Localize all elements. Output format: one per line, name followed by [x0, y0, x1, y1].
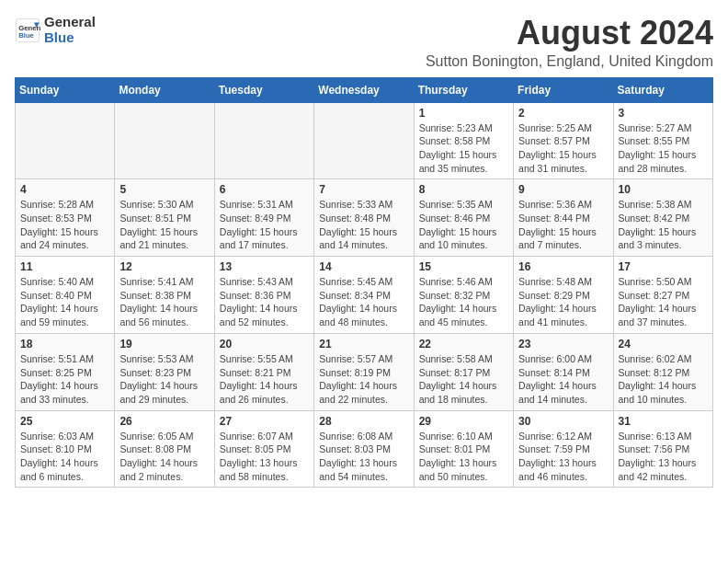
calendar-table: SundayMondayTuesdayWednesdayThursdayFrid…	[15, 77, 713, 488]
day-info: Sunrise: 5:53 AM Sunset: 8:23 PM Dayligh…	[119, 352, 209, 407]
calendar-cell: 6Sunrise: 5:31 AM Sunset: 8:49 PM Daylig…	[214, 179, 313, 257]
page-header: General Blue General Blue August 2024 Su…	[15, 15, 713, 70]
day-number: 22	[419, 338, 508, 350]
day-number: 16	[518, 260, 608, 273]
day-number: 4	[20, 183, 109, 196]
day-info: Sunrise: 6:05 AM Sunset: 8:08 PM Dayligh…	[119, 430, 209, 484]
day-number: 24	[619, 338, 708, 350]
calendar-cell: 20Sunrise: 5:55 AM Sunset: 8:21 PM Dayli…	[214, 333, 313, 410]
day-info: Sunrise: 5:43 AM Sunset: 8:36 PM Dayligh…	[220, 275, 309, 329]
day-number: 5	[119, 183, 209, 196]
calendar-cell: 1Sunrise: 5:23 AM Sunset: 8:58 PM Daylig…	[414, 102, 513, 179]
calendar-cell: 27Sunrise: 6:07 AM Sunset: 8:05 PM Dayli…	[214, 410, 313, 488]
day-number: 6	[220, 183, 309, 196]
calendar-cell: 11Sunrise: 5:40 AM Sunset: 8:40 PM Dayli…	[16, 257, 115, 334]
day-info: Sunrise: 5:25 AM Sunset: 8:57 PM Dayligh…	[518, 121, 608, 176]
calendar-cell: 4Sunrise: 5:28 AM Sunset: 8:53 PM Daylig…	[16, 179, 115, 257]
calendar-cell: 7Sunrise: 5:33 AM Sunset: 8:48 PM Daylig…	[314, 179, 414, 257]
day-number: 30	[518, 415, 608, 428]
day-number: 12	[119, 260, 209, 273]
column-header-wednesday: Wednesday	[314, 77, 414, 102]
day-number: 19	[119, 338, 209, 350]
day-info: Sunrise: 5:58 AM Sunset: 8:17 PM Dayligh…	[419, 352, 508, 407]
calendar-cell: 2Sunrise: 5:25 AM Sunset: 8:57 PM Daylig…	[514, 102, 613, 179]
calendar-cell: 8Sunrise: 5:35 AM Sunset: 8:46 PM Daylig…	[414, 179, 513, 257]
calendar-cell: 21Sunrise: 5:57 AM Sunset: 8:19 PM Dayli…	[314, 333, 414, 410]
day-number: 28	[319, 415, 408, 428]
calendar-cell: 5Sunrise: 5:30 AM Sunset: 8:51 PM Daylig…	[115, 179, 214, 257]
day-info: Sunrise: 5:50 AM Sunset: 8:27 PM Dayligh…	[619, 275, 708, 329]
column-header-sunday: Sunday	[16, 77, 115, 102]
calendar-week-row: 18Sunrise: 5:51 AM Sunset: 8:25 PM Dayli…	[16, 333, 713, 410]
logo: General Blue General Blue	[15, 15, 96, 45]
day-info: Sunrise: 6:10 AM Sunset: 8:01 PM Dayligh…	[419, 430, 508, 484]
calendar-cell: 10Sunrise: 5:38 AM Sunset: 8:42 PM Dayli…	[613, 179, 712, 257]
day-number: 11	[20, 260, 109, 273]
day-number: 15	[419, 260, 508, 273]
day-info: Sunrise: 5:55 AM Sunset: 8:21 PM Dayligh…	[220, 352, 309, 407]
calendar-cell: 30Sunrise: 6:12 AM Sunset: 7:59 PM Dayli…	[514, 410, 613, 488]
calendar-cell: 3Sunrise: 5:27 AM Sunset: 8:55 PM Daylig…	[613, 102, 712, 179]
calendar-cell	[214, 102, 313, 179]
day-number: 13	[220, 260, 309, 273]
day-info: Sunrise: 6:12 AM Sunset: 7:59 PM Dayligh…	[518, 430, 608, 484]
day-number: 20	[220, 338, 309, 350]
day-info: Sunrise: 6:02 AM Sunset: 8:12 PM Dayligh…	[619, 352, 708, 407]
day-info: Sunrise: 5:46 AM Sunset: 8:32 PM Dayligh…	[419, 275, 508, 329]
logo-text: General Blue	[44, 15, 96, 45]
day-info: Sunrise: 5:48 AM Sunset: 8:29 PM Dayligh…	[518, 275, 608, 329]
day-info: Sunrise: 5:31 AM Sunset: 8:49 PM Dayligh…	[220, 198, 309, 252]
title-block: August 2024 Sutton Bonington, England, U…	[426, 15, 713, 70]
day-number: 14	[319, 260, 408, 273]
day-number: 10	[619, 183, 708, 196]
column-header-saturday: Saturday	[613, 77, 712, 102]
day-number: 7	[319, 183, 408, 196]
logo-general-text: General	[44, 15, 96, 30]
day-info: Sunrise: 5:51 AM Sunset: 8:25 PM Dayligh…	[20, 352, 109, 407]
day-info: Sunrise: 5:36 AM Sunset: 8:44 PM Dayligh…	[518, 198, 608, 252]
day-info: Sunrise: 5:41 AM Sunset: 8:38 PM Dayligh…	[119, 275, 209, 329]
calendar-cell: 15Sunrise: 5:46 AM Sunset: 8:32 PM Dayli…	[414, 257, 513, 334]
calendar-cell: 18Sunrise: 5:51 AM Sunset: 8:25 PM Dayli…	[16, 333, 115, 410]
calendar-cell: 12Sunrise: 5:41 AM Sunset: 8:38 PM Dayli…	[115, 257, 214, 334]
day-number: 23	[518, 338, 608, 350]
day-info: Sunrise: 5:38 AM Sunset: 8:42 PM Dayligh…	[619, 198, 708, 252]
column-header-friday: Friday	[514, 77, 613, 102]
calendar-cell: 31Sunrise: 6:13 AM Sunset: 7:56 PM Dayli…	[613, 410, 712, 488]
calendar-cell: 24Sunrise: 6:02 AM Sunset: 8:12 PM Dayli…	[613, 333, 712, 410]
day-info: Sunrise: 5:23 AM Sunset: 8:58 PM Dayligh…	[419, 121, 508, 176]
day-number: 26	[119, 415, 209, 428]
day-info: Sunrise: 6:00 AM Sunset: 8:14 PM Dayligh…	[518, 352, 608, 407]
column-header-monday: Monday	[115, 77, 214, 102]
day-info: Sunrise: 6:08 AM Sunset: 8:03 PM Dayligh…	[319, 430, 408, 484]
calendar-cell	[16, 102, 115, 179]
day-info: Sunrise: 6:13 AM Sunset: 7:56 PM Dayligh…	[619, 430, 708, 484]
calendar-cell	[314, 102, 414, 179]
calendar-title: August 2024	[426, 15, 713, 52]
logo-blue-text: Blue	[44, 30, 96, 46]
day-info: Sunrise: 6:03 AM Sunset: 8:10 PM Dayligh…	[20, 430, 109, 484]
day-number: 18	[20, 338, 109, 350]
day-info: Sunrise: 5:30 AM Sunset: 8:51 PM Dayligh…	[119, 198, 209, 252]
day-info: Sunrise: 5:57 AM Sunset: 8:19 PM Dayligh…	[319, 352, 408, 407]
day-number: 1	[419, 107, 508, 120]
column-header-thursday: Thursday	[414, 77, 513, 102]
day-info: Sunrise: 5:28 AM Sunset: 8:53 PM Dayligh…	[20, 198, 109, 252]
day-number: 21	[319, 338, 408, 350]
calendar-cell: 29Sunrise: 6:10 AM Sunset: 8:01 PM Dayli…	[414, 410, 513, 488]
calendar-location: Sutton Bonington, England, United Kingdo…	[426, 53, 713, 70]
calendar-cell: 26Sunrise: 6:05 AM Sunset: 8:08 PM Dayli…	[115, 410, 214, 488]
calendar-week-row: 25Sunrise: 6:03 AM Sunset: 8:10 PM Dayli…	[16, 410, 713, 488]
calendar-week-row: 1Sunrise: 5:23 AM Sunset: 8:58 PM Daylig…	[16, 102, 713, 179]
calendar-cell: 14Sunrise: 5:45 AM Sunset: 8:34 PM Dayli…	[314, 257, 414, 334]
day-info: Sunrise: 5:27 AM Sunset: 8:55 PM Dayligh…	[619, 121, 708, 176]
day-number: 29	[419, 415, 508, 428]
calendar-cell: 13Sunrise: 5:43 AM Sunset: 8:36 PM Dayli…	[214, 257, 313, 334]
calendar-week-row: 4Sunrise: 5:28 AM Sunset: 8:53 PM Daylig…	[16, 179, 713, 257]
day-info: Sunrise: 5:40 AM Sunset: 8:40 PM Dayligh…	[20, 275, 109, 329]
day-number: 25	[20, 415, 109, 428]
day-number: 2	[518, 107, 608, 120]
day-number: 17	[619, 260, 708, 273]
day-info: Sunrise: 5:35 AM Sunset: 8:46 PM Dayligh…	[419, 198, 508, 252]
day-number: 9	[518, 183, 608, 196]
